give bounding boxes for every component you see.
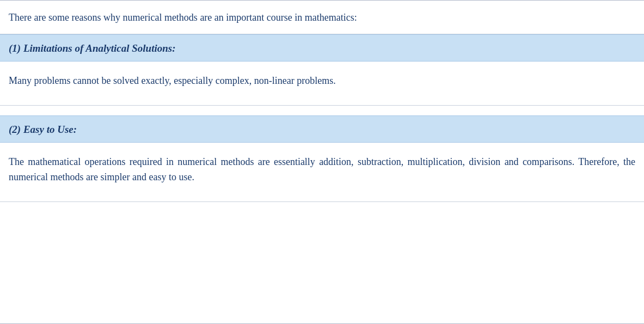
reason-2-header: (2) Easy to Use: (0, 115, 644, 143)
reason-2-body-text: The mathematical operations required in … (9, 155, 635, 185)
reason-1-body: Many problems cannot be solved exactly, … (0, 62, 644, 106)
page-container: There are some reasons why numerical met… (0, 0, 644, 324)
reason-1-body-text: Many problems cannot be solved exactly, … (9, 74, 635, 89)
reason-2-body: The mathematical operations required in … (0, 143, 644, 202)
intro-text: There are some reasons why numerical met… (9, 10, 635, 25)
reason-1-section: (1) Limitations of Analytical Solutions:… (0, 34, 644, 106)
reason-1-header-text: (1) Limitations of Analytical Solutions: (9, 42, 176, 54)
reason-2-header-text: (2) Easy to Use: (9, 124, 77, 135)
reason-2-section: (2) Easy to Use: The mathematical operat… (0, 115, 644, 202)
spacer-1 (0, 106, 644, 115)
reason-1-header: (1) Limitations of Analytical Solutions: (0, 34, 644, 62)
intro-section: There are some reasons why numerical met… (0, 1, 644, 34)
